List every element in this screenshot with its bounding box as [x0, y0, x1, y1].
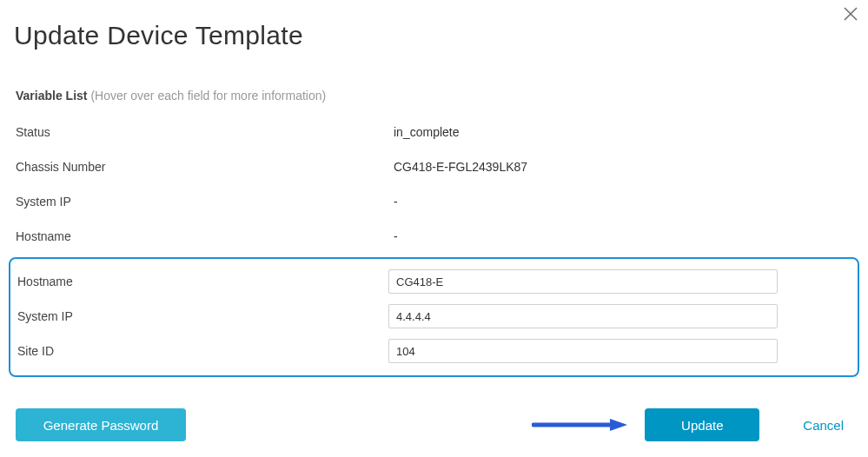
input-hostname[interactable]: [388, 269, 778, 294]
label-status: Status: [16, 125, 394, 139]
label-hostname-readonly: Hostname: [16, 229, 394, 243]
row-system-ip-edit: System IP: [17, 299, 851, 334]
editable-fields-group: Hostname System IP Site ID: [9, 257, 859, 377]
value-status: in_complete: [394, 125, 460, 139]
row-chassis-number: Chassis Number CG418-E-FGL2439LK87: [16, 149, 852, 184]
arrow-right-annotation-icon: [532, 417, 627, 433]
close-icon[interactable]: [842, 5, 859, 23]
generate-password-button[interactable]: Generate Password: [16, 408, 186, 441]
input-site-id[interactable]: [388, 339, 778, 363]
value-system-ip-readonly: -: [394, 195, 398, 209]
row-site-id-edit: Site ID: [17, 334, 851, 368]
label-hostname-edit: Hostname: [17, 275, 388, 288]
cancel-link[interactable]: Cancel: [803, 418, 844, 433]
label-chassis-number: Chassis Number: [16, 160, 394, 174]
svg-marker-3: [610, 419, 627, 431]
variable-list-heading: Variable List (Hover over each field for…: [0, 50, 868, 103]
label-system-ip-readonly: System IP: [16, 195, 394, 209]
input-system-ip[interactable]: [388, 304, 778, 328]
value-chassis-number: CG418-E-FGL2439LK87: [394, 160, 527, 174]
update-button[interactable]: Update: [645, 408, 759, 441]
row-system-ip-readonly: System IP -: [16, 184, 852, 219]
row-hostname-readonly: Hostname -: [16, 219, 852, 254]
row-status: Status in_complete: [16, 115, 852, 149]
row-hostname-edit: Hostname: [17, 264, 851, 299]
dialog-title: Update Device Template: [0, 0, 868, 50]
value-hostname-readonly: -: [394, 229, 398, 243]
variable-list-label: Variable List: [16, 89, 87, 103]
label-site-id-edit: Site ID: [17, 344, 388, 358]
label-system-ip-edit: System IP: [17, 309, 388, 323]
variable-list-hint: (Hover over each field for more informat…: [90, 89, 326, 103]
